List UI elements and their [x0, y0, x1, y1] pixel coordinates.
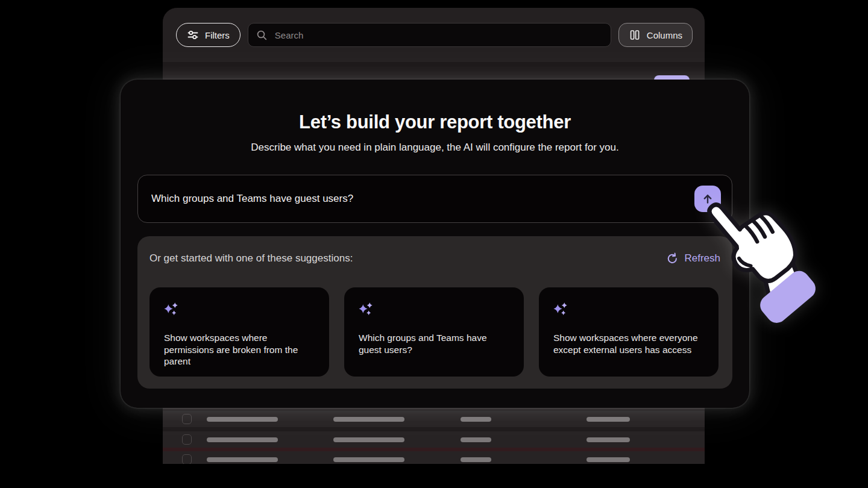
row-checkbox[interactable]: [182, 454, 192, 464]
ai-report-modal: Let’s build your report together Describ…: [121, 80, 749, 408]
two-columns-icon: [629, 29, 641, 41]
skeleton-bar: [461, 417, 491, 422]
suggestion-text: Which groups and Teams have guest users?: [359, 332, 507, 355]
filters-button[interactable]: Filters: [176, 23, 241, 47]
arrow-up-icon: [700, 192, 715, 206]
suggestion-text: Show workspaces where everyone except ex…: [553, 332, 702, 355]
skeleton-bar: [333, 437, 404, 442]
skeleton-bar: [587, 417, 630, 422]
columns-button[interactable]: Columns: [618, 23, 693, 47]
table-toolbar: Filters Columns: [163, 8, 705, 62]
modal-title: Let’s build your report together: [137, 111, 732, 134]
skeleton-bar: [461, 457, 491, 462]
prompt-box[interactable]: [137, 175, 732, 223]
skeleton-bar: [461, 437, 491, 442]
suggestion-card[interactable]: Show workspaces where everyone except ex…: [539, 287, 719, 377]
search-input[interactable]: [274, 30, 603, 41]
sliders-icon: [187, 29, 199, 41]
columns-label: Columns: [647, 30, 682, 40]
row-checkbox[interactable]: [182, 434, 192, 445]
search-box[interactable]: [248, 23, 611, 47]
magnifier-icon: [256, 30, 268, 41]
table-rows-area: [163, 408, 705, 464]
skeleton-bar: [207, 457, 278, 462]
modal-subtitle: Describe what you need in plain language…: [137, 141, 732, 154]
suggestions-panel: Or get started with one of these suggest…: [137, 236, 732, 389]
skeleton-bar: [207, 417, 278, 422]
refresh-arrow-icon: [666, 252, 679, 265]
skeleton-bar: [333, 417, 404, 422]
suggestion-card[interactable]: Show workspaces where permissions are br…: [149, 287, 329, 377]
sparkles-icon: [553, 301, 568, 316]
sparkles-icon: [164, 301, 179, 316]
suggestions-header: Or get started with one of these suggest…: [149, 252, 353, 265]
table-row: [163, 431, 705, 448]
skeleton-bar: [333, 457, 404, 462]
sparkles-icon: [359, 301, 374, 316]
table-row: [163, 451, 705, 464]
submit-button[interactable]: [694, 186, 721, 212]
refresh-button[interactable]: Refresh: [666, 252, 720, 265]
skeleton-bar: [587, 457, 630, 462]
refresh-label: Refresh: [684, 252, 720, 264]
table-row: [163, 411, 705, 427]
filters-label: Filters: [205, 30, 230, 40]
row-checkbox[interactable]: [182, 414, 192, 424]
skeleton-bar: [587, 437, 630, 442]
skeleton-bar: [207, 437, 278, 442]
prompt-input[interactable]: [150, 192, 694, 205]
suggestion-card[interactable]: Which groups and Teams have guest users?: [344, 287, 524, 377]
suggestion-text: Show workspaces where permissions are br…: [164, 332, 312, 368]
